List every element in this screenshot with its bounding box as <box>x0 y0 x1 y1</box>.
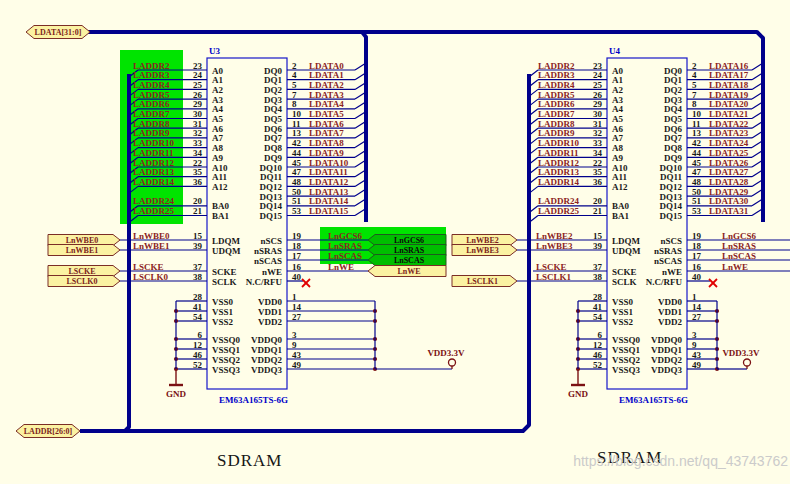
pin-number: 51 <box>292 196 302 206</box>
port-ldata-bus: LDATA[31:0] <box>26 25 90 39</box>
net-label: LADDR24 <box>133 196 175 206</box>
pin-number: 43 <box>692 350 702 360</box>
net-label: LDATA12 <box>309 177 349 187</box>
pin-name: LDQM <box>612 236 641 246</box>
pin-number: 45 <box>692 158 702 168</box>
pin-number: 51 <box>692 196 702 206</box>
pin-name: DQ1 <box>264 75 283 85</box>
net-label: LADDR6 <box>538 99 575 109</box>
pin-number: 43 <box>292 350 302 360</box>
pin-number: 1 <box>692 292 697 302</box>
net-label: LADDR3 <box>133 70 170 80</box>
net-label: LADDR7 <box>538 109 575 119</box>
pin-name: DQ10 <box>260 163 283 173</box>
port-label: LnWBE0 <box>66 236 98 245</box>
pin-name: A10 <box>612 163 628 173</box>
port-label: LnWBE2 <box>466 236 498 245</box>
net-label: LADDR14 <box>133 177 175 187</box>
pin-number: 5 <box>692 80 697 90</box>
net-label: LDATA19 <box>709 90 749 100</box>
pin-name: nWE <box>662 267 682 277</box>
pin-number: 35 <box>193 167 203 177</box>
pin-name: A0 <box>612 66 623 76</box>
pin-number: 20 <box>593 196 603 206</box>
net-label: LDATA9 <box>309 148 344 158</box>
pin-number: 36 <box>593 177 603 187</box>
vdd-symbol <box>449 359 456 366</box>
pin-name: VSS1 <box>612 307 634 317</box>
pin-name: VDDQ1 <box>251 345 282 355</box>
net-label: LDATA2 <box>309 80 344 90</box>
pin-name: DQ0 <box>664 66 683 76</box>
pin-number: 44 <box>692 148 702 158</box>
pin-number: 26 <box>193 90 203 100</box>
pin-number: 14 <box>292 302 302 312</box>
net-label: LADDR6 <box>133 99 170 109</box>
pin-name: VSS1 <box>212 307 234 317</box>
pin-number: 4 <box>292 70 297 80</box>
pin-number: 54 <box>593 312 603 322</box>
pin-number: 36 <box>193 177 203 187</box>
pin-number: 7 <box>692 90 697 100</box>
pin-name: DQ15 <box>660 211 683 221</box>
pin-number: 15 <box>193 231 203 241</box>
pin-name: A11 <box>212 172 228 182</box>
chip-part-number: EM63A165TS-6G <box>619 395 688 405</box>
pin-number: 27 <box>692 312 702 322</box>
net-label: LADDR13 <box>133 167 175 177</box>
pin-number: 11 <box>292 119 301 129</box>
pin-name: A0 <box>212 66 223 76</box>
pin-number: 52 <box>193 360 203 370</box>
pin-number: 31 <box>193 119 203 129</box>
pin-name: VDD1 <box>658 307 682 317</box>
pin-name: nSCS <box>260 236 282 246</box>
pin-number: 33 <box>193 138 203 148</box>
pin-number: 21 <box>593 206 603 216</box>
pin-name: VDDQ0 <box>651 335 682 345</box>
pin-number: 24 <box>593 70 603 80</box>
pin-name: A6 <box>212 124 223 134</box>
pin-name: VDD2 <box>658 317 682 327</box>
pin-name: VSS0 <box>612 297 634 307</box>
pin-number: 18 <box>692 241 702 251</box>
watermark: https://blog.csdn.net/qq_43743762 <box>573 453 788 469</box>
pin-number: 9 <box>692 340 697 350</box>
pin-number: 49 <box>292 360 302 370</box>
pin-number: 16 <box>292 262 302 272</box>
net-label: LADDR11 <box>133 148 174 158</box>
pin-name: VDD2 <box>258 317 282 327</box>
port-label: LnSRAS <box>394 246 425 255</box>
vdd-rail-label: VDD3.3V <box>722 348 760 358</box>
pin-number: 20 <box>193 196 203 206</box>
pin-number: 52 <box>593 360 603 370</box>
pin-name: A2 <box>212 85 223 95</box>
net-label: LADDR2 <box>538 61 575 71</box>
pin-name: DQ0 <box>264 66 283 76</box>
pin-name: A7 <box>612 133 623 143</box>
pin-name: A8 <box>212 143 223 153</box>
pin-name: nSCAS <box>654 256 682 266</box>
pin-name: nSCS <box>660 236 682 246</box>
sdram-title-1: SDRAM <box>217 451 282 471</box>
pin-number: 13 <box>292 128 302 138</box>
pin-number: 6 <box>598 330 603 340</box>
pin-name: A4 <box>612 104 623 114</box>
pin-name: DQ6 <box>264 124 283 134</box>
pin-name: VSSQ3 <box>612 365 641 375</box>
pin-number: 42 <box>292 138 302 148</box>
pin-number: 9 <box>292 340 297 350</box>
port-label: LnWBE1 <box>66 246 98 255</box>
pin-number: 47 <box>292 167 302 177</box>
pin-name: DQ12 <box>260 182 283 192</box>
net-label: LADDR8 <box>538 119 575 129</box>
pin-number: 13 <box>692 128 702 138</box>
pin-number: 12 <box>193 340 203 350</box>
net-label: LDATA21 <box>709 109 749 119</box>
pin-number: 31 <box>593 119 603 129</box>
chip-designator: U3 <box>209 46 220 56</box>
pin-name: VDDQ1 <box>651 345 682 355</box>
pin-name: DQ7 <box>664 133 683 143</box>
pin-name: DQ3 <box>664 95 683 105</box>
pin-name: VSS2 <box>212 317 234 327</box>
chip-u3: U3EM63A165TS-6GLADDR223A0LADDR324A1LADDR… <box>48 46 465 405</box>
